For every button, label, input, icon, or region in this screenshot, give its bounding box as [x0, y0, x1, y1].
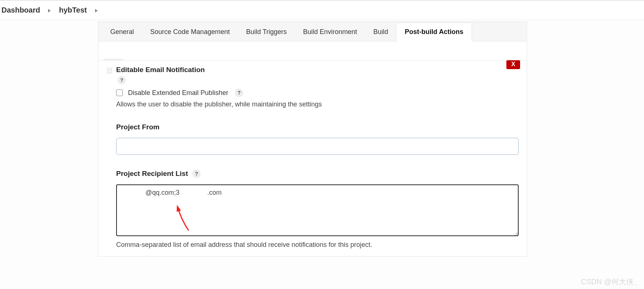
breadcrumb-sep-icon — [48, 6, 51, 14]
project-from-label: Project From — [116, 123, 159, 131]
tabs-bar: General Source Code Management Build Tri… — [98, 21, 527, 41]
recipient-list-label: Project Recipient List — [116, 170, 188, 178]
project-from-input[interactable] — [116, 138, 519, 155]
recipient-list-textarea[interactable] — [116, 184, 519, 236]
tab-build-environment[interactable]: Build Environment — [295, 23, 365, 41]
tab-general[interactable]: General — [102, 23, 142, 41]
tab-post-build-actions[interactable]: Post-build Actions — [396, 23, 472, 41]
decorative-bar — [103, 59, 124, 60]
watermark: CSDN @何大侠、 — [581, 277, 641, 287]
section-title: Editable Email Notification — [116, 66, 205, 74]
breadcrumb-sep-icon — [95, 6, 98, 14]
breadcrumb-item-job[interactable]: hybTest — [57, 6, 88, 14]
left-gutter — [0, 21, 98, 256]
help-icon[interactable]: ? — [118, 76, 126, 84]
delete-section-button[interactable]: X — [506, 60, 520, 69]
breadcrumb: Dashboard hybTest — [0, 1, 644, 20]
tab-build-triggers[interactable]: Build Triggers — [238, 23, 295, 41]
disable-publisher-label: Disable Extended Email Publisher — [128, 89, 228, 97]
disable-publisher-checkbox[interactable] — [116, 89, 123, 96]
drag-handle-icon[interactable] — [107, 67, 112, 74]
tab-build[interactable]: Build — [365, 23, 396, 41]
help-icon[interactable]: ? — [235, 89, 243, 97]
tab-scm[interactable]: Source Code Management — [142, 23, 238, 41]
breadcrumb-item-dashboard[interactable]: Dashboard — [0, 6, 41, 14]
help-icon[interactable]: ? — [192, 170, 200, 178]
disable-publisher-hint: Allows the user to disable the publisher… — [116, 101, 519, 108]
recipient-list-hint: Comma-separated list of email address th… — [116, 241, 519, 249]
post-build-panel: Editable Email Notification X ? Disable … — [98, 41, 527, 256]
